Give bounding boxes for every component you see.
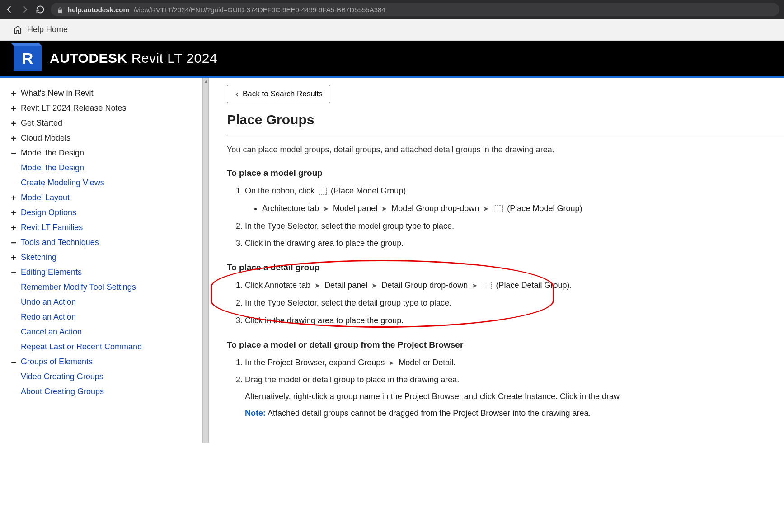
sidebar-item: +Get Started	[9, 116, 193, 131]
sidebar-item: −Editing Elements	[9, 265, 193, 280]
step: Click Annotate tab ➤ Detail panel ➤ Deta…	[245, 279, 784, 292]
address-bar[interactable]: help.autodesk.com/view/RVTLT/2024/ENU/?g…	[51, 3, 779, 16]
place-detail-group-icon	[484, 282, 492, 289]
arrow-icon: ➤	[323, 203, 329, 214]
sidebar-item: +Sketching	[9, 250, 193, 265]
sidebar-item: +Cloud Models	[9, 131, 193, 146]
product-logo: R	[14, 46, 42, 71]
page-title: Place Groups	[227, 112, 784, 127]
collapse-icon[interactable]: −	[9, 268, 18, 277]
section-heading-model-group: To place a model group	[227, 168, 784, 178]
step: Click in the drawing area to place the g…	[245, 237, 784, 250]
chevron-left-icon	[235, 89, 240, 99]
path-part: Architecture tab	[262, 204, 319, 213]
sidebar-item: Video Creating Groups	[9, 369, 193, 384]
nav-back-button[interactable]	[5, 5, 14, 14]
collapse-icon[interactable]: −	[9, 358, 18, 367]
path-part: Detail panel	[324, 281, 367, 290]
expand-icon[interactable]: +	[9, 119, 18, 128]
section-heading-project-browser: To place a model or detail group from th…	[227, 340, 784, 350]
expand-icon[interactable]: +	[9, 104, 18, 113]
step-text: On the ribbon, click	[245, 186, 315, 195]
browser-chrome: help.autodesk.com/view/RVTLT/2024/ENU/?g…	[0, 0, 784, 19]
steps-project-browser: In the Project Browser, expand Groups ➤ …	[227, 356, 784, 420]
nav-forward-button[interactable]	[20, 5, 30, 14]
sidebar-item: Undo an Action	[9, 295, 193, 310]
sidebar-link[interactable]: Model the Design	[21, 163, 84, 173]
step-text: Drag the model or detail group to place …	[245, 375, 459, 384]
path-part: Click Annotate tab	[245, 281, 310, 290]
expand-icon[interactable]: +	[9, 223, 18, 232]
expand-icon[interactable]: +	[9, 89, 18, 98]
sidebar-link[interactable]: Groups of Elements	[21, 357, 93, 367]
sidebar-link[interactable]: Model the Design	[21, 148, 84, 158]
url-host: help.autodesk.com	[68, 6, 129, 14]
home-icon	[13, 25, 23, 35]
place-model-group-icon	[319, 188, 327, 195]
step: In the Type Selector, select the detail …	[245, 297, 784, 310]
steps-detail-group: Click Annotate tab ➤ Detail panel ➤ Deta…	[227, 279, 784, 327]
sidebar-link[interactable]: About Creating Groups	[21, 387, 104, 396]
sidebar-item: −Model the Design	[9, 146, 193, 160]
step-text: In the Project Browser, expand Groups	[245, 358, 385, 367]
place-model-group-icon	[495, 205, 503, 212]
sidebar-item: Model the Design	[9, 160, 193, 175]
title-divider	[227, 134, 784, 134]
sidebar-link[interactable]: Cloud Models	[21, 133, 70, 143]
lock-icon	[57, 5, 63, 13]
sidebar-link[interactable]: Undo an Action	[21, 297, 76, 307]
expand-icon[interactable]: +	[9, 134, 18, 143]
sidebar-link[interactable]: Design Options	[21, 208, 76, 217]
bullet: Architecture tab ➤ Model panel ➤ Model G…	[262, 202, 784, 215]
sidebar-link[interactable]: What's New in Revit	[21, 89, 93, 98]
expand-icon[interactable]: +	[9, 253, 18, 262]
expand-icon[interactable]: +	[9, 193, 18, 202]
sidebar-item: −Tools and Techniques	[9, 235, 193, 250]
step: In the Project Browser, expand Groups ➤ …	[245, 356, 784, 369]
brand-company: AUTODESK	[50, 51, 127, 66]
path-part: (Place Model Group)	[507, 204, 582, 213]
path-part: Model panel	[333, 204, 377, 213]
sidebar-link[interactable]: Video Creating Groups	[21, 372, 103, 381]
sidebar-item: +Model Layout	[9, 190, 193, 205]
arrow-icon: ➤	[381, 203, 387, 214]
url-path: /view/RVTLT/2024/ENU/?guid=GUID-374DEF0C…	[134, 6, 385, 14]
splitter-handle[interactable]	[202, 78, 209, 443]
sidebar-item: Remember Modify Tool Settings	[9, 280, 193, 295]
sidebar-item: About Creating Groups	[9, 384, 193, 399]
sidebar-link[interactable]: Editing Elements	[21, 268, 82, 277]
steps-model-group: On the ribbon, click (Place Model Group)…	[227, 184, 784, 250]
help-home-bar: Help Home	[0, 19, 784, 41]
sidebar-link[interactable]: Tools and Techniques	[21, 238, 99, 247]
sidebar-link[interactable]: Revit LT Families	[21, 223, 83, 232]
step-text: (Place Model Group).	[331, 186, 408, 195]
intro-text: You can place model groups, detail group…	[227, 145, 784, 155]
arrow-icon: ➤	[371, 280, 377, 291]
sidebar-link[interactable]: Redo an Action	[21, 312, 76, 322]
back-to-results-button[interactable]: Back to Search Results	[227, 85, 330, 103]
section-heading-detail-group: To place a detail group	[227, 263, 784, 273]
collapse-icon[interactable]: −	[9, 149, 18, 158]
step: Click in the drawing area to place the g…	[245, 314, 784, 327]
sidebar-link[interactable]: Revit LT 2024 Release Notes	[21, 104, 126, 113]
sidebar-link[interactable]: Remember Modify Tool Settings	[21, 282, 136, 292]
sidebar-item: +Revit LT Families	[9, 220, 193, 235]
sidebar: +What's New in Revit+Revit LT 2024 Relea…	[0, 78, 202, 443]
nav-reload-button[interactable]	[35, 5, 45, 14]
path-part: (Place Detail Group).	[496, 281, 572, 290]
brand-text: AUTODESK Revit LT 2024	[50, 51, 217, 66]
note-label: Note:	[245, 409, 266, 418]
sidebar-link[interactable]: Cancel an Action	[21, 327, 82, 337]
sidebar-link[interactable]: Create Modeling Views	[21, 178, 104, 188]
sidebar-link[interactable]: Repeat Last or Recent Command	[21, 342, 142, 352]
step-note: Note: Attached detail groups cannot be d…	[245, 407, 784, 420]
back-label: Back to Search Results	[243, 89, 323, 99]
help-home-link[interactable]: Help Home	[27, 25, 68, 34]
collapse-icon[interactable]: −	[9, 238, 18, 247]
sidebar-link[interactable]: Get Started	[21, 118, 62, 128]
expand-icon[interactable]: +	[9, 208, 18, 217]
sidebar-link[interactable]: Model Layout	[21, 193, 70, 202]
arrow-icon: ➤	[483, 203, 489, 214]
sidebar-item: −Groups of Elements	[9, 354, 193, 369]
sidebar-link[interactable]: Sketching	[21, 253, 56, 262]
